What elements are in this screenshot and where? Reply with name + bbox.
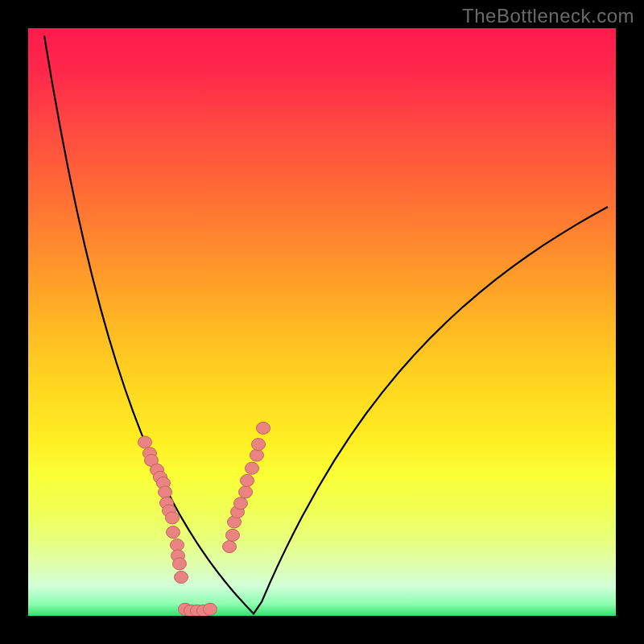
data-dot bbox=[170, 539, 184, 551]
data-dot bbox=[159, 486, 172, 498]
data-dot bbox=[233, 497, 247, 510]
watermark-text: TheBottleneck.com bbox=[462, 5, 634, 27]
data-dot bbox=[239, 486, 253, 498]
data-dot bbox=[175, 571, 188, 583]
data-dot bbox=[223, 541, 237, 553]
data-dot bbox=[252, 438, 266, 450]
data-dot bbox=[245, 462, 258, 474]
chart-frame: TheBottleneck.com bbox=[0, 0, 644, 644]
data-dot bbox=[138, 436, 151, 448]
chart-svg bbox=[28, 28, 616, 616]
data-dot bbox=[257, 422, 270, 434]
data-dot bbox=[204, 603, 217, 615]
data-dot bbox=[250, 449, 263, 461]
data-dot bbox=[166, 512, 180, 524]
data-dot bbox=[172, 558, 186, 570]
data-dot bbox=[241, 474, 254, 486]
dot-layer bbox=[138, 422, 270, 616]
chart-plot-area bbox=[28, 28, 616, 616]
bottleneck-curve bbox=[44, 35, 608, 613]
data-dot bbox=[225, 529, 239, 541]
data-dot bbox=[167, 526, 180, 539]
